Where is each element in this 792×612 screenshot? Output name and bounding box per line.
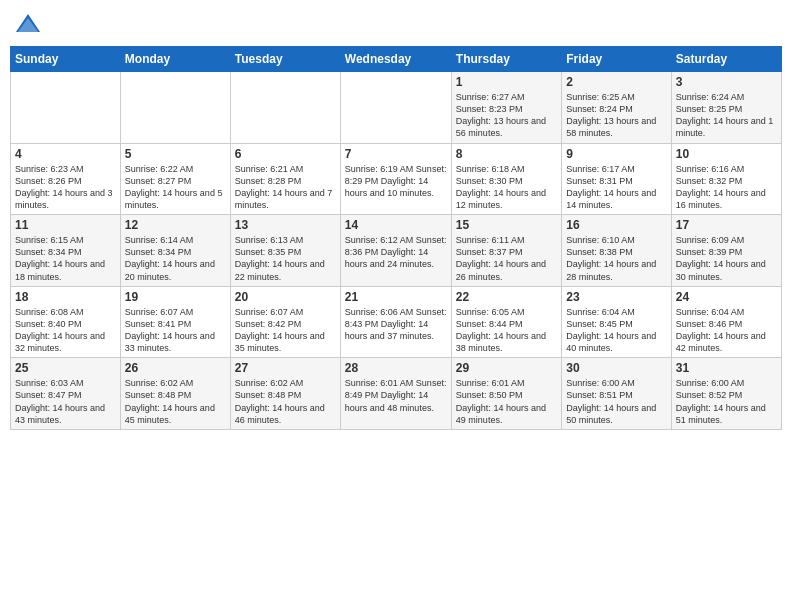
day-number: 9 <box>566 147 666 161</box>
day-number: 1 <box>456 75 557 89</box>
day-number: 28 <box>345 361 447 375</box>
day-number: 27 <box>235 361 336 375</box>
calendar-cell: 3Sunrise: 6:24 AM Sunset: 8:25 PM Daylig… <box>671 72 781 144</box>
day-info: Sunrise: 6:00 AM Sunset: 8:52 PM Dayligh… <box>676 377 777 426</box>
day-info: Sunrise: 6:14 AM Sunset: 8:34 PM Dayligh… <box>125 234 226 283</box>
calendar-cell: 27Sunrise: 6:02 AM Sunset: 8:48 PM Dayli… <box>230 358 340 430</box>
calendar-week-row: 11Sunrise: 6:15 AM Sunset: 8:34 PM Dayli… <box>11 215 782 287</box>
day-number: 12 <box>125 218 226 232</box>
calendar-header-monday: Monday <box>120 47 230 72</box>
day-info: Sunrise: 6:24 AM Sunset: 8:25 PM Dayligh… <box>676 91 777 140</box>
day-info: Sunrise: 6:13 AM Sunset: 8:35 PM Dayligh… <box>235 234 336 283</box>
day-info: Sunrise: 6:18 AM Sunset: 8:30 PM Dayligh… <box>456 163 557 212</box>
calendar-cell: 12Sunrise: 6:14 AM Sunset: 8:34 PM Dayli… <box>120 215 230 287</box>
day-info: Sunrise: 6:02 AM Sunset: 8:48 PM Dayligh… <box>235 377 336 426</box>
calendar-cell: 17Sunrise: 6:09 AM Sunset: 8:39 PM Dayli… <box>671 215 781 287</box>
day-number: 3 <box>676 75 777 89</box>
calendar-cell: 30Sunrise: 6:00 AM Sunset: 8:51 PM Dayli… <box>562 358 671 430</box>
day-number: 30 <box>566 361 666 375</box>
day-number: 22 <box>456 290 557 304</box>
calendar-header-row: SundayMondayTuesdayWednesdayThursdayFrid… <box>11 47 782 72</box>
day-info: Sunrise: 6:03 AM Sunset: 8:47 PM Dayligh… <box>15 377 116 426</box>
calendar-cell: 5Sunrise: 6:22 AM Sunset: 8:27 PM Daylig… <box>120 143 230 215</box>
calendar-header-sunday: Sunday <box>11 47 121 72</box>
day-number: 23 <box>566 290 666 304</box>
calendar-cell: 13Sunrise: 6:13 AM Sunset: 8:35 PM Dayli… <box>230 215 340 287</box>
day-info: Sunrise: 6:04 AM Sunset: 8:45 PM Dayligh… <box>566 306 666 355</box>
logo-icon <box>14 10 42 38</box>
calendar-cell: 2Sunrise: 6:25 AM Sunset: 8:24 PM Daylig… <box>562 72 671 144</box>
calendar-week-row: 18Sunrise: 6:08 AM Sunset: 8:40 PM Dayli… <box>11 286 782 358</box>
day-info: Sunrise: 6:07 AM Sunset: 8:42 PM Dayligh… <box>235 306 336 355</box>
day-info: Sunrise: 6:01 AM Sunset: 8:50 PM Dayligh… <box>456 377 557 426</box>
day-number: 31 <box>676 361 777 375</box>
day-number: 4 <box>15 147 116 161</box>
calendar-cell: 9Sunrise: 6:17 AM Sunset: 8:31 PM Daylig… <box>562 143 671 215</box>
day-info: Sunrise: 6:00 AM Sunset: 8:51 PM Dayligh… <box>566 377 666 426</box>
day-info: Sunrise: 6:19 AM Sunset: 8:29 PM Dayligh… <box>345 163 447 199</box>
day-info: Sunrise: 6:25 AM Sunset: 8:24 PM Dayligh… <box>566 91 666 140</box>
calendar-cell: 8Sunrise: 6:18 AM Sunset: 8:30 PM Daylig… <box>451 143 561 215</box>
calendar-header-thursday: Thursday <box>451 47 561 72</box>
day-info: Sunrise: 6:08 AM Sunset: 8:40 PM Dayligh… <box>15 306 116 355</box>
day-info: Sunrise: 6:17 AM Sunset: 8:31 PM Dayligh… <box>566 163 666 212</box>
calendar-cell: 7Sunrise: 6:19 AM Sunset: 8:29 PM Daylig… <box>340 143 451 215</box>
day-number: 14 <box>345 218 447 232</box>
day-info: Sunrise: 6:06 AM Sunset: 8:43 PM Dayligh… <box>345 306 447 342</box>
calendar-cell: 18Sunrise: 6:08 AM Sunset: 8:40 PM Dayli… <box>11 286 121 358</box>
calendar-cell: 14Sunrise: 6:12 AM Sunset: 8:36 PM Dayli… <box>340 215 451 287</box>
day-number: 11 <box>15 218 116 232</box>
calendar-cell: 10Sunrise: 6:16 AM Sunset: 8:32 PM Dayli… <box>671 143 781 215</box>
day-info: Sunrise: 6:11 AM Sunset: 8:37 PM Dayligh… <box>456 234 557 283</box>
calendar-table: SundayMondayTuesdayWednesdayThursdayFrid… <box>10 46 782 430</box>
day-info: Sunrise: 6:07 AM Sunset: 8:41 PM Dayligh… <box>125 306 226 355</box>
day-info: Sunrise: 6:16 AM Sunset: 8:32 PM Dayligh… <box>676 163 777 212</box>
day-number: 18 <box>15 290 116 304</box>
calendar-cell: 22Sunrise: 6:05 AM Sunset: 8:44 PM Dayli… <box>451 286 561 358</box>
day-number: 29 <box>456 361 557 375</box>
calendar-header-friday: Friday <box>562 47 671 72</box>
calendar-cell <box>11 72 121 144</box>
calendar-cell: 28Sunrise: 6:01 AM Sunset: 8:49 PM Dayli… <box>340 358 451 430</box>
day-info: Sunrise: 6:21 AM Sunset: 8:28 PM Dayligh… <box>235 163 336 212</box>
calendar-cell: 29Sunrise: 6:01 AM Sunset: 8:50 PM Dayli… <box>451 358 561 430</box>
day-number: 19 <box>125 290 226 304</box>
day-info: Sunrise: 6:15 AM Sunset: 8:34 PM Dayligh… <box>15 234 116 283</box>
calendar-cell: 24Sunrise: 6:04 AM Sunset: 8:46 PM Dayli… <box>671 286 781 358</box>
day-number: 17 <box>676 218 777 232</box>
calendar-cell: 16Sunrise: 6:10 AM Sunset: 8:38 PM Dayli… <box>562 215 671 287</box>
calendar-cell: 11Sunrise: 6:15 AM Sunset: 8:34 PM Dayli… <box>11 215 121 287</box>
calendar-cell: 31Sunrise: 6:00 AM Sunset: 8:52 PM Dayli… <box>671 358 781 430</box>
day-info: Sunrise: 6:05 AM Sunset: 8:44 PM Dayligh… <box>456 306 557 355</box>
logo <box>14 10 46 38</box>
day-info: Sunrise: 6:01 AM Sunset: 8:49 PM Dayligh… <box>345 377 447 413</box>
day-number: 26 <box>125 361 226 375</box>
calendar-cell: 1Sunrise: 6:27 AM Sunset: 8:23 PM Daylig… <box>451 72 561 144</box>
day-info: Sunrise: 6:12 AM Sunset: 8:36 PM Dayligh… <box>345 234 447 270</box>
day-number: 21 <box>345 290 447 304</box>
calendar-cell: 21Sunrise: 6:06 AM Sunset: 8:43 PM Dayli… <box>340 286 451 358</box>
calendar-cell: 26Sunrise: 6:02 AM Sunset: 8:48 PM Dayli… <box>120 358 230 430</box>
calendar-cell <box>340 72 451 144</box>
calendar-week-row: 4Sunrise: 6:23 AM Sunset: 8:26 PM Daylig… <box>11 143 782 215</box>
day-number: 10 <box>676 147 777 161</box>
day-number: 16 <box>566 218 666 232</box>
day-number: 8 <box>456 147 557 161</box>
calendar-cell: 19Sunrise: 6:07 AM Sunset: 8:41 PM Dayli… <box>120 286 230 358</box>
calendar-cell: 20Sunrise: 6:07 AM Sunset: 8:42 PM Dayli… <box>230 286 340 358</box>
calendar-cell: 23Sunrise: 6:04 AM Sunset: 8:45 PM Dayli… <box>562 286 671 358</box>
day-number: 6 <box>235 147 336 161</box>
calendar-cell <box>230 72 340 144</box>
calendar-cell: 6Sunrise: 6:21 AM Sunset: 8:28 PM Daylig… <box>230 143 340 215</box>
day-number: 7 <box>345 147 447 161</box>
day-number: 13 <box>235 218 336 232</box>
calendar-cell: 15Sunrise: 6:11 AM Sunset: 8:37 PM Dayli… <box>451 215 561 287</box>
day-info: Sunrise: 6:04 AM Sunset: 8:46 PM Dayligh… <box>676 306 777 355</box>
calendar-week-row: 1Sunrise: 6:27 AM Sunset: 8:23 PM Daylig… <box>11 72 782 144</box>
calendar-cell: 4Sunrise: 6:23 AM Sunset: 8:26 PM Daylig… <box>11 143 121 215</box>
calendar-header-tuesday: Tuesday <box>230 47 340 72</box>
day-number: 5 <box>125 147 226 161</box>
day-info: Sunrise: 6:10 AM Sunset: 8:38 PM Dayligh… <box>566 234 666 283</box>
day-number: 15 <box>456 218 557 232</box>
calendar-header-wednesday: Wednesday <box>340 47 451 72</box>
